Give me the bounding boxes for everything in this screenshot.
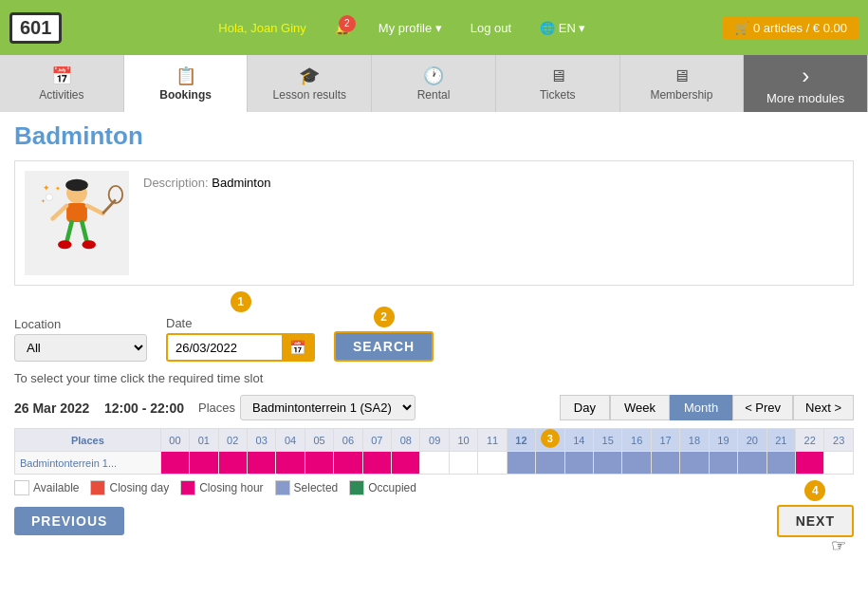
legend-selected: Selected [275, 480, 339, 495]
date-input-row: 📅 [166, 333, 315, 362]
description-box: ✦ ✦ ✦ Description: Badminton [14, 160, 854, 286]
tab-rental-label: Rental [417, 88, 451, 102]
step3-badge: 3 [541, 429, 560, 448]
cell-17[interactable] [651, 452, 679, 475]
cell-20[interactable] [738, 452, 766, 475]
tab-bookings[interactable]: 📋 Bookings [124, 55, 249, 112]
cell-09[interactable] [420, 452, 449, 475]
cell-12[interactable] [507, 452, 535, 475]
cell-08[interactable] [392, 452, 420, 475]
cell-06[interactable] [334, 452, 362, 475]
hour-20: 20 [738, 429, 766, 452]
calendar-header: 26 Mar 2022 12:00 - 22:00 Places Badmint… [14, 395, 854, 420]
time-grid-wrap: Places 00 01 02 03 04 05 06 07 08 09 10 … [14, 428, 854, 475]
places-select[interactable]: Badmintonterrein 1 (SA2) [240, 395, 416, 420]
hour-15: 15 [594, 429, 622, 452]
cell-16[interactable] [622, 452, 651, 475]
previous-button[interactable]: PREVIOUS [14, 507, 124, 535]
topbar-language[interactable]: 🌐 EN ▾ [540, 21, 585, 35]
tab-tickets[interactable]: 🖥 Tickets [496, 55, 620, 112]
rental-icon: 🕐 [423, 65, 444, 86]
svg-text:✦: ✦ [55, 184, 61, 193]
cart-button[interactable]: 🛒 0 articles / € 0.00 [723, 16, 859, 40]
svg-point-8 [82, 240, 96, 249]
hour-06: 06 [334, 429, 362, 452]
cell-10[interactable] [449, 452, 477, 475]
table-row: Badmintonterrein 1... [15, 452, 854, 475]
hour-11: 11 [478, 429, 507, 452]
cell-21[interactable] [766, 452, 795, 475]
cell-11[interactable] [478, 452, 507, 475]
tab-more-modules[interactable]: › More modules [744, 55, 868, 112]
cell-15[interactable] [594, 452, 622, 475]
cell-13[interactable]: 3 [536, 452, 564, 475]
cell-23[interactable] [824, 452, 854, 475]
activity-svg: ✦ ✦ ✦ [29, 176, 124, 270]
svg-line-6 [82, 222, 86, 243]
instruction-text: To select your time click the required t… [14, 371, 854, 385]
notification-count: 2 [339, 15, 356, 32]
search-area: Location All 1 Date 📅 2 SEARCH [14, 314, 854, 362]
cell-04[interactable] [276, 452, 305, 475]
cell-05[interactable] [305, 452, 333, 475]
cell-18[interactable] [680, 452, 709, 475]
view-buttons: Day Week Month < Prev Next > [560, 395, 854, 420]
week-view-button[interactable]: Week [610, 395, 670, 420]
topbar-username[interactable]: Hola, Joan Giny [218, 21, 306, 35]
tab-rental[interactable]: 🕐 Rental [372, 55, 496, 112]
month-view-button[interactable]: Month [670, 395, 732, 420]
svg-text:✦: ✦ [41, 197, 46, 204]
hour-12: 12 [507, 429, 535, 452]
hour-22: 22 [795, 429, 823, 452]
hour-10: 10 [449, 429, 477, 452]
cell-19[interactable] [709, 452, 737, 475]
notification-bell[interactable]: 🔔 2 [335, 21, 350, 35]
legend-occupied: Occupied [349, 480, 416, 495]
cell-22[interactable] [795, 452, 823, 475]
search-button[interactable]: SEARCH [334, 331, 434, 362]
cell-07[interactable] [362, 452, 391, 475]
topbar-myprofile[interactable]: My profile ▾ [379, 21, 442, 35]
cell-02[interactable] [218, 452, 247, 475]
hour-05: 05 [305, 429, 333, 452]
tab-activities[interactable]: 📅 Activities [0, 55, 124, 112]
time-grid: Places 00 01 02 03 04 05 06 07 08 09 10 … [14, 428, 854, 475]
topbar-logout[interactable]: Log out [471, 21, 511, 35]
cell-01[interactable] [190, 452, 218, 475]
hour-07: 07 [362, 429, 391, 452]
cell-14[interactable] [564, 452, 593, 475]
cell-00[interactable] [160, 452, 189, 475]
tab-lesson-results[interactable]: 🎓 Lesson results [248, 55, 372, 112]
tickets-icon: 🖥 [549, 66, 566, 86]
tab-lesson-results-label: Lesson results [273, 88, 346, 102]
date-input[interactable] [168, 336, 282, 360]
legend-closing-day-label: Closing day [109, 481, 169, 494]
legend-available-box [14, 480, 29, 495]
location-select[interactable]: All [14, 334, 147, 362]
cell-03[interactable] [247, 452, 275, 475]
logo: 601 [9, 12, 62, 44]
hour-00: 00 [160, 429, 189, 452]
bookings-icon: 📋 [175, 65, 196, 86]
next-view-button[interactable]: Next > [793, 395, 854, 420]
hour-19: 19 [709, 429, 737, 452]
places-label: Places [198, 401, 235, 415]
lesson-results-icon: 🎓 [299, 65, 320, 86]
hour-09: 09 [420, 429, 449, 452]
calendar-button[interactable]: 📅 [282, 335, 313, 360]
search-btn-wrap: 2 SEARCH [334, 331, 434, 362]
hour-04: 04 [276, 429, 305, 452]
location-label: Location [14, 317, 147, 331]
next-button[interactable]: NEXT [777, 505, 854, 537]
prev-view-button[interactable]: < Prev [732, 395, 793, 420]
legend-closing-day: Closing day [90, 480, 169, 495]
tab-membership[interactable]: 🖥 Membership [620, 55, 745, 112]
day-view-button[interactable]: Day [560, 395, 610, 420]
calendar-date: 26 Mar 2022 12:00 - 22:00 [14, 401, 184, 416]
page-title: Badminton [14, 121, 854, 151]
cursor-hand-icon: ☞ [831, 535, 846, 556]
description-label: Description: [143, 176, 209, 190]
legend-available-label: Available [33, 481, 79, 494]
step1-badge: 1 [231, 291, 251, 312]
svg-text:✦: ✦ [43, 183, 50, 193]
